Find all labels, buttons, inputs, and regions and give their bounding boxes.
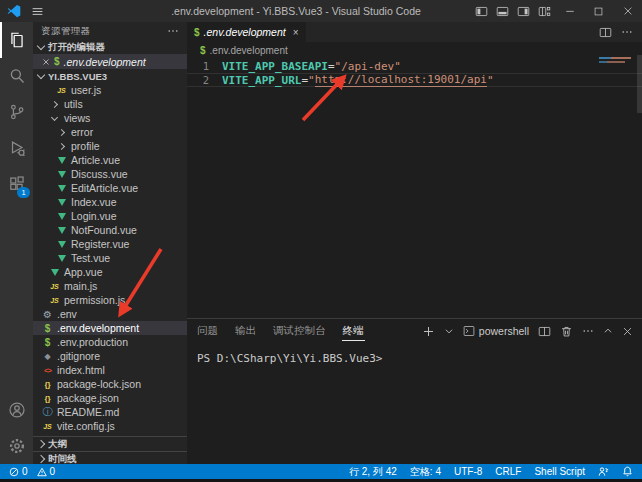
line-number: 1 xyxy=(187,60,222,72)
tree-item[interactable]: README.md xyxy=(33,405,187,419)
problems-status[interactable]: 0 0 xyxy=(9,466,55,477)
tree-item[interactable]: utils xyxy=(33,97,187,111)
status-language[interactable]: Shell Script xyxy=(534,466,585,477)
tree-item[interactable]: main.js xyxy=(33,279,187,293)
terminal-content[interactable]: PS D:\CSharp\Yi\Yi.BBS.Vue3> xyxy=(187,343,642,365)
open-editors-label: 打开的编辑器 xyxy=(48,41,105,54)
panel-tab[interactable]: 输出 xyxy=(234,321,257,341)
tree-item[interactable]: App.vue xyxy=(33,265,187,279)
panel-tabs: 问题 输出 调试控制台 终端 xyxy=(196,321,365,341)
close-panel-icon[interactable] xyxy=(622,326,633,337)
file-name-label: .env.production xyxy=(57,336,128,348)
file-icon xyxy=(41,392,54,405)
notifications-bell-icon[interactable] xyxy=(622,466,633,477)
account-icon[interactable] xyxy=(0,392,33,428)
outline-section-header[interactable]: 大纲 xyxy=(33,436,187,451)
panel-tab[interactable]: 终端 xyxy=(342,321,365,341)
explorer-sidebar: 资源管理器 打开的编辑器 $ .env.development YI.BBS.V… xyxy=(33,22,187,464)
editor-actions xyxy=(599,22,642,42)
more-actions-icon[interactable] xyxy=(621,26,633,38)
env-file-icon: $ xyxy=(194,27,200,38)
tree-item[interactable]: error xyxy=(33,125,187,139)
tree-item[interactable]: user.js xyxy=(33,83,187,97)
customize-layout-icon[interactable] xyxy=(534,0,555,22)
url-link[interactable]: http://localhost:19001/api xyxy=(315,73,487,87)
status-line-col[interactable]: 行 2, 列 42 xyxy=(349,465,397,479)
status-indentation[interactable]: 空格: 4 xyxy=(410,465,441,479)
tree-item[interactable]: Login.vue xyxy=(33,209,187,223)
shell-selector[interactable]: powershell xyxy=(463,325,529,337)
explorer-more-actions-icon[interactable] xyxy=(167,25,179,37)
code-area[interactable]: 1VITE_APP_BASEAPI="/api-dev" 2VITE_APP_U… xyxy=(187,59,642,87)
status-encoding[interactable]: UTF-8 xyxy=(454,466,482,477)
tab-close-icon[interactable]: × xyxy=(293,27,299,38)
chevron-down-icon xyxy=(37,42,45,50)
tree-item[interactable]: index.html xyxy=(33,363,187,377)
explorer-icon[interactable] xyxy=(0,22,33,58)
file-icon xyxy=(48,294,61,307)
split-terminal-icon[interactable] xyxy=(538,325,551,338)
project-section-header[interactable]: YI.BBS.VUE3 xyxy=(33,69,187,83)
tree-item[interactable]: .env xyxy=(33,307,187,321)
shell-label: powershell xyxy=(479,325,529,337)
code-line-1: 1VITE_APP_BASEAPI="/api-dev" xyxy=(187,59,642,73)
split-editor-icon[interactable] xyxy=(599,26,612,39)
tree-item[interactable]: profile xyxy=(33,139,187,153)
close-icon[interactable] xyxy=(42,58,50,66)
extensions-badge: 1 xyxy=(17,187,30,198)
tree-item[interactable]: .env.development xyxy=(33,321,187,335)
tree-item[interactable]: .env.production xyxy=(33,335,187,349)
tree-item[interactable]: Discuss.vue xyxy=(33,167,187,181)
tree-item[interactable]: Test.vue xyxy=(33,251,187,265)
breadcrumb[interactable]: $ .env.development xyxy=(187,42,642,58)
search-icon[interactable] xyxy=(0,58,33,94)
feedback-icon[interactable] xyxy=(598,466,609,477)
file-icon xyxy=(55,224,68,237)
chevron-down-icon[interactable] xyxy=(444,326,454,336)
tree-item[interactable]: EditArticle.vue xyxy=(33,181,187,195)
menu-icon[interactable] xyxy=(31,5,44,18)
panel-tab[interactable]: 问题 xyxy=(196,321,219,341)
file-icon xyxy=(55,252,68,265)
tree-item[interactable]: views xyxy=(33,111,187,125)
panel-tab[interactable]: 调试控制台 xyxy=(272,321,327,341)
toggle-secondary-sidebar-icon[interactable] xyxy=(513,0,534,22)
panel-more-actions-icon[interactable] xyxy=(582,325,594,337)
tree-item[interactable]: Article.vue xyxy=(33,153,187,167)
file-icon xyxy=(41,350,54,363)
source-control-icon[interactable] xyxy=(0,94,33,130)
file-icon xyxy=(55,126,68,139)
file-icon xyxy=(41,308,54,321)
minimap[interactable] xyxy=(599,55,633,69)
editor-scrollbar[interactable] xyxy=(637,55,642,113)
run-debug-icon[interactable] xyxy=(0,130,33,166)
open-editor-item[interactable]: $ .env.development xyxy=(33,54,187,69)
new-terminal-icon[interactable] xyxy=(422,325,435,338)
sidebar-title-row: 资源管理器 xyxy=(33,22,187,40)
settings-gear-icon[interactable] xyxy=(0,428,33,464)
status-eol[interactable]: CRLF xyxy=(495,466,521,477)
tree-item[interactable]: Index.vue xyxy=(33,195,187,209)
open-editors-section-header[interactable]: 打开的编辑器 xyxy=(33,40,187,54)
tree-item[interactable]: package-lock.json xyxy=(33,377,187,391)
maximize-panel-icon[interactable] xyxy=(603,326,613,336)
tree-item[interactable]: permission.js xyxy=(33,293,187,307)
extensions-icon[interactable]: 1 xyxy=(0,166,33,202)
tree-item[interactable]: vite.config.js xyxy=(33,419,187,433)
timeline-section-header[interactable]: 时间线 xyxy=(33,451,187,464)
tree-item[interactable]: .gitignore xyxy=(33,349,187,363)
file-name-label: Test.vue xyxy=(71,252,110,264)
file-name-label: Index.vue xyxy=(71,196,117,208)
file-name-label: .gitignore xyxy=(57,350,100,362)
maximize-button[interactable] xyxy=(584,0,613,22)
tree-item[interactable]: Register.vue xyxy=(33,237,187,251)
close-button[interactable] xyxy=(613,0,642,22)
file-icon xyxy=(55,210,68,223)
toggle-panel-icon[interactable] xyxy=(492,0,513,22)
minimize-button[interactable] xyxy=(555,0,584,22)
toggle-sidebar-icon[interactable] xyxy=(471,0,492,22)
tab-env-development[interactable]: $ .env.development × xyxy=(187,22,306,42)
kill-terminal-trash-icon[interactable] xyxy=(560,325,573,338)
tree-item[interactable]: NotFound.vue xyxy=(33,223,187,237)
tree-item[interactable]: package.json xyxy=(33,391,187,405)
